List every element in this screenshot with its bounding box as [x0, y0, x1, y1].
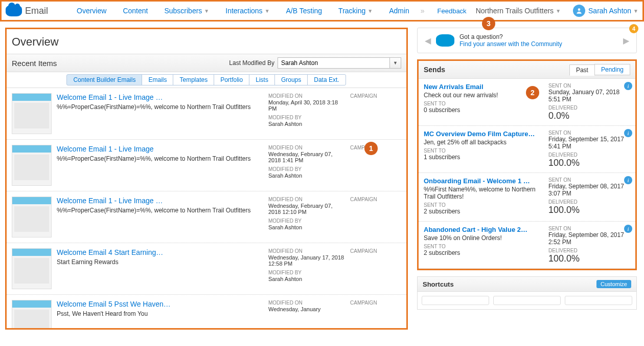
shortcuts-panel: Shortcuts Customize: [417, 276, 637, 310]
callout-badge-1: 1: [364, 142, 378, 155]
nav-overview[interactable]: Overview: [77, 7, 106, 15]
community-question-card: ◀ Got a question? Find your answer with …: [417, 28, 637, 53]
sends-tab-pending[interactable]: Pending: [594, 64, 630, 75]
nav-tracking[interactable]: Tracking▼: [338, 7, 373, 15]
customize-button[interactable]: Customize: [596, 280, 631, 288]
carousel-prev-icon[interactable]: ◀: [425, 36, 431, 46]
email-thumbnail: [12, 145, 52, 186]
recent-item: Welcome Email 1 - Live Image … %%=Proper…: [7, 191, 406, 243]
tab-content-builder-emails[interactable]: Content Builder Emails: [66, 74, 142, 85]
callout-badge-3: 3: [482, 17, 495, 30]
recent-item-title[interactable]: Welcome Email 1 - Live Image: [57, 145, 263, 153]
send-desc: Jen, get 25% off all backpacks: [424, 139, 543, 146]
modified-by-label: MODIFIED BY: [268, 166, 345, 172]
carousel-next-icon[interactable]: ▶: [623, 36, 629, 46]
delivered-label: DELIVERED: [548, 199, 630, 205]
nav-interactions[interactable]: Interactions▼: [225, 7, 269, 15]
last-modified-by-dropdown-button[interactable]: ▼: [390, 57, 401, 69]
send-title[interactable]: Abandoned Cart - High Value 2…: [424, 226, 543, 233]
sent-on-value: Friday, September 15, 2017 5:41 PM: [548, 136, 630, 150]
recent-items-tabs: Content Builder Emails Emails Templates …: [7, 72, 406, 88]
nav-overflow-icon[interactable]: »: [421, 7, 425, 15]
last-modified-by-input[interactable]: [278, 57, 390, 69]
recent-item: Welcome Email 1 - Live Image … %%=Proper…: [7, 88, 406, 140]
send-title[interactable]: New Arrivals Email: [424, 83, 543, 91]
sent-on-value: Friday, September 08, 2017 2:52 PM: [548, 231, 630, 246]
page-title: Overview: [7, 29, 406, 54]
tab-groups[interactable]: Groups: [274, 74, 308, 85]
tab-data-ext[interactable]: Data Ext.: [307, 74, 346, 85]
info-icon[interactable]: i: [624, 129, 632, 137]
modified-by-label: MODIFIED BY: [268, 270, 345, 275]
recent-item-title[interactable]: Welcome Email 1 - Live Image …: [57, 197, 263, 205]
app-name: Email: [25, 6, 48, 16]
caret-down-icon: ▼: [204, 8, 209, 14]
sent-to-value: 2 subscribers: [424, 249, 543, 256]
sent-on-label: SENT ON: [548, 83, 630, 89]
send-item: New Arrivals Email Check out our new arr…: [419, 79, 635, 126]
nav-subscribers[interactable]: Subscribers▼: [164, 7, 209, 15]
delivered-value: 100.0%: [548, 158, 630, 168]
user-avatar-icon: [573, 5, 585, 17]
recent-item-desc: Start Earning Rewards: [57, 258, 263, 267]
sends-panel: Sends Past Pending 2 New Arrivals Email …: [417, 59, 637, 270]
delivered-label: DELIVERED: [548, 248, 630, 253]
shortcut-slot[interactable]: [422, 296, 489, 305]
sent-to-value: 0 subscribers: [424, 106, 543, 114]
last-modified-by-label: Last Modified By: [229, 59, 274, 67]
recent-item-desc: %%=ProperCase(FirstName)=%%, welcome to …: [57, 206, 263, 215]
shortcut-slot[interactable]: [565, 296, 632, 305]
sent-to-label: SENT TO: [424, 202, 543, 208]
recent-item-desc: Psst, We Haven't Heard from You: [57, 310, 263, 318]
user-menu[interactable]: Sarah Ashton▼: [588, 7, 638, 15]
email-thumbnail: [12, 248, 52, 289]
info-icon[interactable]: i: [624, 225, 632, 233]
info-icon[interactable]: i: [624, 82, 632, 90]
caret-down-icon: ▼: [633, 8, 638, 14]
sent-on-label: SENT ON: [548, 226, 630, 231]
recent-item: Welcome Email 4 Start Earning… Start Ear…: [7, 243, 406, 295]
tab-lists[interactable]: Lists: [249, 74, 275, 85]
tab-emails[interactable]: Emails: [142, 74, 173, 85]
sent-on-value: Sunday, January 07, 2018 5:51 PM: [548, 89, 630, 103]
recent-item-title[interactable]: Welcome Email 5 Psst We Haven…: [57, 300, 263, 308]
modified-on-label: MODIFIED ON: [268, 248, 345, 254]
nav-ab-testing[interactable]: A/B Testing: [286, 7, 323, 15]
sent-on-label: SENT ON: [548, 130, 630, 136]
delivered-value: 100.0%: [548, 253, 630, 264]
sends-tab-past[interactable]: Past: [569, 64, 595, 76]
caret-down-icon: ▼: [556, 8, 561, 14]
sent-to-label: SENT TO: [424, 148, 543, 154]
salesforce-cloud-icon: [6, 5, 22, 16]
send-title[interactable]: Onboarding Email - Welcome 1 …: [424, 177, 543, 185]
caret-down-icon: ▼: [265, 8, 270, 14]
recent-item: Welcome Email 1 - Live Image %%=ProperCa…: [7, 140, 406, 191]
sends-label: Sends: [424, 66, 445, 74]
business-unit-switcher[interactable]: Northern Trails Outfitters▼: [476, 7, 561, 15]
email-thumbnail: [12, 93, 52, 134]
recent-item-title[interactable]: Welcome Email 1 - Live Image …: [57, 93, 263, 101]
feedback-link[interactable]: Feedback: [438, 7, 467, 15]
sent-on-label: SENT ON: [548, 177, 630, 183]
modified-by-label: MODIFIED BY: [268, 115, 345, 120]
delivered-value: 100.0%: [548, 205, 630, 215]
nav-admin[interactable]: Admin: [389, 7, 409, 15]
send-item: Abandoned Cart - High Value 2… Save 10% …: [419, 222, 635, 269]
modified-by-value: Sarah Ashton: [268, 172, 345, 179]
sent-to-label: SENT TO: [424, 244, 543, 249]
shortcut-slot[interactable]: [493, 296, 561, 305]
modified-by-label: MODIFIED BY: [268, 218, 345, 224]
modified-on-label: MODIFIED ON: [268, 145, 345, 150]
info-icon[interactable]: i: [624, 176, 632, 184]
send-title[interactable]: MC Overview Demo Film Capture…: [424, 130, 543, 138]
delivered-label: DELIVERED: [548, 152, 630, 158]
sent-to-value: 1 subscribers: [424, 154, 543, 161]
tab-portfolio[interactable]: Portfolio: [214, 74, 249, 85]
modified-on-label: MODIFIED ON: [268, 197, 345, 202]
recent-item-desc: %%=ProperCase(FirstName)=%%, welcome to …: [57, 155, 263, 163]
modified-on-value: Wednesday, February 07, 2018 1:41 PM: [268, 151, 345, 163]
recent-item-title[interactable]: Welcome Email 4 Start Earning…: [57, 248, 263, 256]
tab-templates[interactable]: Templates: [173, 74, 214, 85]
question-link[interactable]: Find your answer with the Community: [459, 40, 618, 48]
nav-content[interactable]: Content: [123, 7, 148, 15]
